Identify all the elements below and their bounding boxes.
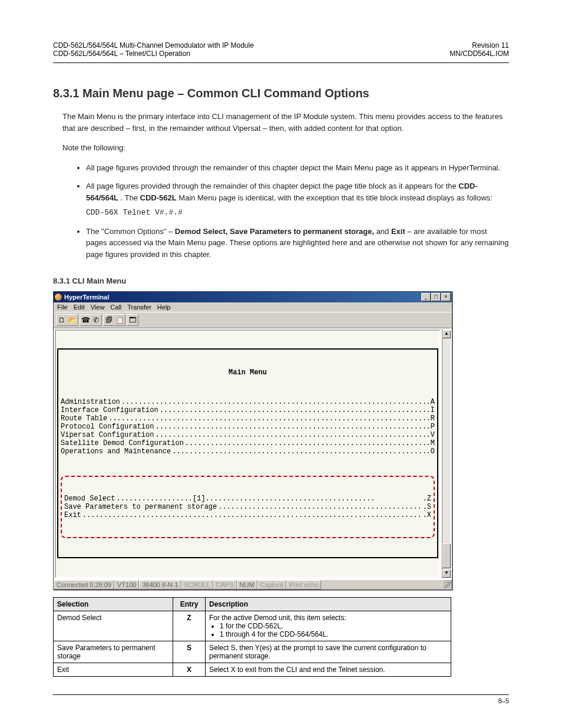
copy-icon[interactable]: 🗐 (104, 315, 114, 325)
terminal-line: Protocol Configuration..................… (61, 423, 435, 431)
bullet-3: The "Common Options" – Demod Select, Sav… (86, 226, 509, 261)
note-list: All page figures provided through the re… (62, 162, 509, 261)
titlebar[interactable]: HyperTerminal _ □ × (54, 292, 452, 302)
menu-view[interactable]: View (91, 304, 105, 311)
status-bar: Connected 0:28:09 VT100 38400 8-N-1 SCRO… (54, 579, 452, 589)
section-title: 8.3.1 Main Menu page – Common CLI Comman… (53, 87, 509, 100)
spec-row: Demod Select Z For the active Demod unit… (54, 611, 451, 641)
terminal-line: Satellite Demod Configuration...........… (61, 439, 435, 447)
hyperterminal-window: HyperTerminal _ □ × File Edit View Call … (53, 291, 452, 590)
status-scroll: SCROLL (181, 580, 213, 589)
menu-bar: File Edit View Call Transfer Help (54, 302, 452, 312)
header-rule (53, 62, 509, 63)
highlighted-common-options: Demod Select..................[1].......… (61, 476, 435, 538)
status-connected: Connected 0:28:09 (54, 580, 114, 589)
toolbar: 🗋 📂 ☎ ✆ 🗐 📋 🗔 (54, 312, 452, 328)
resize-grip-icon[interactable] (444, 580, 452, 588)
spec-header-row: Selection Entry Description (54, 598, 451, 611)
close-button[interactable]: × (441, 293, 451, 301)
footer-right: 8–5 (498, 697, 509, 704)
terminal-line: Demod Select..................[1].......… (64, 495, 431, 503)
figure-caption: 8.3.1 CLI Main Menu (53, 276, 509, 285)
window-title: HyperTerminal (64, 294, 109, 301)
cli-version-line: CDD-56X Telnet V#.#.# (86, 207, 509, 219)
bullet-2: All page figures provided through the re… (86, 180, 509, 219)
spec-table: Selection Entry Description Demod Select… (53, 597, 451, 677)
list-item: 1 through 4 for the CDD-564/564L. (220, 630, 447, 638)
status-emulation: VT100 (114, 580, 139, 589)
page-footer: 8–5 (53, 694, 509, 704)
props-icon[interactable]: 🗔 (127, 315, 138, 325)
phone-icon[interactable]: ☎ (80, 315, 91, 325)
note-label: Note the following: (62, 142, 509, 154)
status-caps: CAPS (213, 580, 237, 589)
scroll-down-icon[interactable]: ▼ (442, 569, 451, 578)
new-doc-icon[interactable]: 🗋 (57, 315, 67, 325)
terminal-title: Main Menu (61, 368, 435, 377)
terminal-line: Exit....................................… (64, 511, 431, 519)
status-port: 38400 8-N-1 (139, 580, 181, 589)
minimize-button[interactable]: _ (421, 293, 431, 301)
spec-row: Exit X Select X to exit from the CLI and… (54, 663, 451, 677)
spec-row: Save Parameters to permanent storage S S… (54, 641, 451, 663)
terminal-line: Operations and Maintenance..............… (61, 447, 435, 456)
bullet-1: All page figures provided through the re… (86, 162, 509, 174)
header-left: CDD-562L/564/564L Multi-Channel Demodula… (53, 41, 254, 58)
scroll-up-icon[interactable]: ▲ (442, 330, 451, 338)
header-right: Revision 11 MN/CDD564L.IOM (449, 41, 509, 58)
open-icon[interactable]: 📂 (67, 315, 78, 325)
vertical-scrollbar[interactable]: ▲ ▼ (442, 330, 451, 578)
terminal-line: Vipersat Configuration..................… (61, 431, 435, 439)
menu-transfer[interactable]: Transfer (127, 304, 151, 311)
terminal-line: Administration..........................… (61, 398, 435, 406)
phone-hook-icon[interactable]: ✆ (91, 315, 101, 325)
status-capture: Capture (257, 580, 286, 589)
maximize-button[interactable]: □ (431, 293, 441, 301)
page-header: CDD-562L/564/564L Multi-Channel Demodula… (53, 41, 509, 61)
col-entry: Entry (173, 598, 206, 611)
paste-icon[interactable]: 📋 (114, 315, 125, 325)
menu-file[interactable]: File (57, 304, 68, 311)
menu-help[interactable]: Help (157, 304, 171, 311)
terminal-line: Save Parameters to permanent storage....… (64, 503, 431, 511)
list-item: 1 for the CDD-562L, (220, 622, 447, 630)
status-printecho: Print echo (286, 580, 322, 589)
intro-paragraph: The Main Menu is the primary interface i… (62, 111, 509, 134)
terminal-line: Route Table.............................… (61, 414, 435, 423)
col-description: Description (206, 598, 451, 611)
menu-call[interactable]: Call (110, 304, 121, 311)
terminal-line: Interface Configuration.................… (61, 406, 435, 414)
app-icon (55, 294, 62, 301)
menu-edit[interactable]: Edit (74, 304, 85, 311)
status-num: NUM (237, 580, 257, 589)
scroll-thumb[interactable] (442, 543, 451, 568)
col-selection: Selection (54, 598, 173, 611)
terminal-output[interactable]: Main Menu Administration................… (55, 330, 441, 578)
body-text: The Main Menu is the primary interface i… (62, 111, 509, 260)
